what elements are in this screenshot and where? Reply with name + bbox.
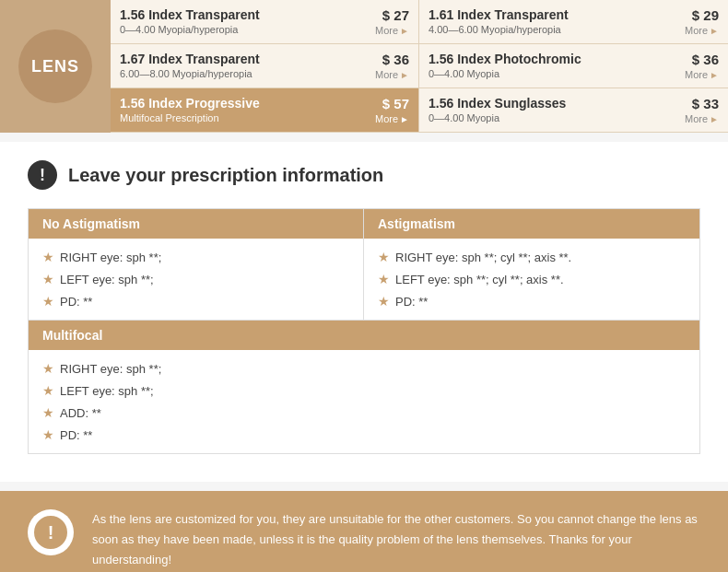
lens-cell-info-item-3: 1.67 Index Transparent6.00—8.00 Myopia/h… xyxy=(120,52,354,79)
lens-cell-sub-item-4: 0—4.00 Myopia xyxy=(429,68,663,79)
multifocal-text-2: ADD: ** xyxy=(60,406,101,420)
star-icon: ★ xyxy=(42,294,54,309)
prescription-header: ! Leave your prescription information xyxy=(28,160,700,190)
note-exclamation-icon: ! xyxy=(48,522,54,543)
lens-cell-sub-item-1: 0—4.00 Myopia/hyperopia xyxy=(120,24,354,35)
lens-cell-price-item-2: $ 29 xyxy=(692,7,719,23)
star-icon: ★ xyxy=(378,272,390,286)
lens-cell-price-col-item-5: $ 57More ► xyxy=(354,96,409,124)
astig-text-0: RIGHT eye: sph **; cyl **; axis **. xyxy=(395,251,571,264)
lens-cell-item-5[interactable]: 1.56 Index ProgressiveMultifocal Prescri… xyxy=(111,88,419,133)
lens-cell-title-item-5: 1.56 Index Progressive xyxy=(120,96,354,111)
no-astig-row-0: ★RIGHT eye: sph **; xyxy=(42,250,349,264)
multifocal-text-1: LEFT eye: sph **; xyxy=(60,384,154,398)
star-icon: ★ xyxy=(42,361,54,376)
lens-label-column: Lens xyxy=(0,0,111,133)
astig-row-1: ★LEFT eye: sph **; cyl **; axis **. xyxy=(378,272,686,286)
prescription-grid: No Astigmatism ★RIGHT eye: sph **;★LEFT … xyxy=(28,208,700,321)
lens-cell-price-item-3: $ 36 xyxy=(382,52,409,67)
astigmatism-header: Astigmatism xyxy=(364,209,699,239)
no-astig-row-2: ★PD: ** xyxy=(42,294,349,309)
no-astig-text-0: RIGHT eye: sph **; xyxy=(60,251,161,264)
multifocal-row-2: ★ADD: ** xyxy=(42,405,686,420)
note-icon-inner: ! xyxy=(34,516,67,549)
more-arrow-icon: ► xyxy=(400,114,409,124)
multifocal-block: Multifocal ★RIGHT eye: sph **;★LEFT eye:… xyxy=(28,321,700,454)
lens-section: Lens 1.56 Index Transparent0—4.00 Myopia… xyxy=(0,0,728,133)
no-astig-text-2: PD: ** xyxy=(60,295,92,309)
astig-text-1: LEFT eye: sph **; cyl **; axis **. xyxy=(395,273,564,286)
no-astigmatism-header: No Astigmatism xyxy=(29,209,363,239)
no-astig-text-1: LEFT eye: sph **; xyxy=(60,273,154,286)
lens-cell-title-item-1: 1.56 Index Transparent xyxy=(120,7,354,22)
lens-cell-sub-item-5: Multifocal Prescription xyxy=(120,112,354,123)
lens-cell-info-item-1: 1.56 Index Transparent0—4.00 Myopia/hype… xyxy=(120,7,354,35)
lens-label: Lens xyxy=(18,29,92,103)
more-arrow-icon: ► xyxy=(400,70,409,80)
multifocal-row-0: ★RIGHT eye: sph **; xyxy=(42,361,686,376)
prescription-section: ! Leave your prescription information No… xyxy=(0,142,728,482)
lens-more-item-6[interactable]: More ► xyxy=(685,113,719,124)
lens-more-item-1[interactable]: More ► xyxy=(375,25,409,36)
lens-cell-info-item-5: 1.56 Index ProgressiveMultifocal Prescri… xyxy=(120,96,354,123)
lens-cell-item-2[interactable]: 1.61 Index Transparent4.00—6.00 Myopia/h… xyxy=(419,0,728,44)
lens-cell-price-col-item-1: $ 27More ► xyxy=(354,7,409,36)
note-icon-circle: ! xyxy=(28,509,74,555)
lens-cell-price-item-5: $ 57 xyxy=(382,96,409,111)
lens-cell-title-item-2: 1.61 Index Transparent xyxy=(429,7,663,22)
lens-more-item-5[interactable]: More ► xyxy=(375,113,409,124)
multifocal-text-3: PD: ** xyxy=(60,428,92,442)
lens-more-item-2[interactable]: More ► xyxy=(685,25,719,36)
lens-cell-price-col-item-2: $ 29More ► xyxy=(663,7,719,36)
no-astigmatism-body: ★RIGHT eye: sph **;★LEFT eye: sph **;★PD… xyxy=(29,239,363,320)
astigmatism-body: ★RIGHT eye: sph **; cyl **; axis **.★LEF… xyxy=(364,239,699,320)
star-icon: ★ xyxy=(42,427,54,442)
prescription-title: Leave your prescription information xyxy=(68,165,383,186)
lens-cell-title-item-3: 1.67 Index Transparent xyxy=(120,52,354,66)
more-arrow-icon: ► xyxy=(710,70,719,80)
lens-cell-price-item-4: $ 36 xyxy=(692,52,719,67)
lens-cell-sub-item-2: 4.00—6.00 Myopia/hyperopia xyxy=(429,24,663,35)
star-icon: ★ xyxy=(378,294,390,309)
note-section: ! As the lens are customized for you, th… xyxy=(0,491,728,572)
star-icon: ★ xyxy=(42,383,54,398)
multifocal-body: ★RIGHT eye: sph **;★LEFT eye: sph **;★AD… xyxy=(29,350,699,453)
lens-cell-price-item-1: $ 27 xyxy=(382,7,409,23)
lens-cell-info-item-2: 1.61 Index Transparent4.00—6.00 Myopia/h… xyxy=(429,7,663,35)
lens-cell-item-6[interactable]: 1.56 Index Sunglasses0—4.00 Myopia$ 33Mo… xyxy=(419,88,728,133)
lens-cell-info-item-4: 1.56 Index Photochromic0—4.00 Myopia xyxy=(429,52,663,79)
warning-icon: ! xyxy=(28,160,57,190)
lens-grid: 1.56 Index Transparent0—4.00 Myopia/hype… xyxy=(111,0,728,133)
lens-cell-price-item-6: $ 33 xyxy=(692,96,719,111)
astig-row-0: ★RIGHT eye: sph **; cyl **; axis **. xyxy=(378,250,686,264)
multifocal-header: Multifocal xyxy=(29,321,699,350)
lens-cell-price-col-item-6: $ 33More ► xyxy=(663,96,719,124)
lens-cell-sub-item-6: 0—4.00 Myopia xyxy=(429,112,663,123)
more-arrow-icon: ► xyxy=(400,26,409,36)
star-icon: ★ xyxy=(42,250,54,264)
lens-cell-item-4[interactable]: 1.56 Index Photochromic0—4.00 Myopia$ 36… xyxy=(419,44,728,88)
lens-cell-price-col-item-3: $ 36More ► xyxy=(354,52,409,80)
lens-cell-sub-item-3: 6.00—8.00 Myopia/hyperopia xyxy=(120,68,354,79)
lens-cell-title-item-4: 1.56 Index Photochromic xyxy=(429,52,663,66)
no-astig-row-1: ★LEFT eye: sph **; xyxy=(42,272,349,286)
star-icon: ★ xyxy=(42,405,54,420)
lens-more-item-3[interactable]: More ► xyxy=(375,69,409,80)
lens-cell-info-item-6: 1.56 Index Sunglasses0—4.00 Myopia xyxy=(429,96,663,123)
more-arrow-icon: ► xyxy=(710,114,719,124)
multifocal-row-1: ★LEFT eye: sph **; xyxy=(42,383,686,398)
more-arrow-icon: ► xyxy=(710,26,719,36)
lens-cell-price-col-item-4: $ 36More ► xyxy=(663,52,719,80)
star-icon: ★ xyxy=(42,272,54,286)
note-text: As the lens are customized for you, they… xyxy=(92,509,700,570)
lens-cell-item-1[interactable]: 1.56 Index Transparent0—4.00 Myopia/hype… xyxy=(111,0,419,44)
multifocal-row-3: ★PD: ** xyxy=(42,427,686,442)
astig-row-2: ★PD: ** xyxy=(378,294,686,309)
astigmatism-col: Astigmatism ★RIGHT eye: sph **; cyl **; … xyxy=(364,209,699,320)
no-astigmatism-col: No Astigmatism ★RIGHT eye: sph **;★LEFT … xyxy=(29,209,364,320)
lens-cell-item-3[interactable]: 1.67 Index Transparent6.00—8.00 Myopia/h… xyxy=(111,44,419,88)
lens-cell-title-item-6: 1.56 Index Sunglasses xyxy=(429,96,663,111)
lens-more-item-4[interactable]: More ► xyxy=(685,69,719,80)
astig-text-2: PD: ** xyxy=(395,295,428,309)
star-icon: ★ xyxy=(378,250,390,264)
